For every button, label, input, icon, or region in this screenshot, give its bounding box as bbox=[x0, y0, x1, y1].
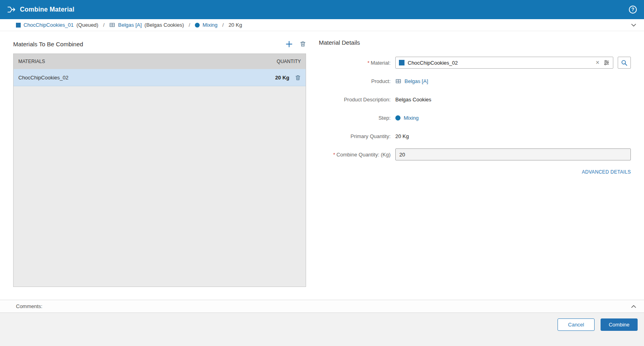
combine-quantity-label: *Combine Quantity: (Kg) bbox=[319, 152, 395, 158]
primary-quantity-value: 20 Kg bbox=[395, 133, 409, 139]
breadcrumb-product-link[interactable]: Belgas [A] bbox=[118, 22, 141, 28]
step-circle-icon bbox=[195, 23, 200, 28]
materials-table-header: MATERIALS QUANTITY bbox=[14, 54, 306, 69]
material-label: *Material: bbox=[319, 60, 395, 66]
search-material-button[interactable] bbox=[618, 57, 631, 69]
step-field-row: Step: Mixing bbox=[319, 112, 631, 124]
breadcrumb-separator: / bbox=[103, 22, 105, 28]
cell-quantity: 20 Kg bbox=[275, 75, 289, 81]
cancel-button[interactable]: Cancel bbox=[558, 318, 595, 331]
breadcrumb-separator: / bbox=[222, 22, 224, 28]
product-description-row: Product Description: Belgas Cookies bbox=[319, 93, 631, 105]
delete-row-button[interactable] bbox=[295, 75, 301, 81]
main-content: Materials To Be Combined bbox=[0, 31, 644, 300]
primary-quantity-row: Primary Quantity: 20 Kg bbox=[319, 130, 631, 142]
advanced-details-link[interactable]: ADVANCED DETAILS bbox=[582, 169, 631, 175]
material-details-panel: Material Details *Material: ChocChipCook… bbox=[319, 39, 638, 300]
materials-panel-header: Materials To Be Combined bbox=[13, 39, 306, 49]
breadcrumb-separator: / bbox=[189, 22, 190, 28]
material-field-value: ChocChipCookies_02 bbox=[408, 60, 592, 66]
product-grid-icon bbox=[109, 22, 115, 28]
product-field-row: Product: Belgas [A] bbox=[319, 75, 631, 87]
materials-panel-title: Materials To Be Combined bbox=[13, 41, 83, 47]
material-field[interactable]: ChocChipCookies_02 × bbox=[395, 57, 613, 69]
trash-icon bbox=[300, 41, 306, 47]
required-asterisk: * bbox=[333, 152, 335, 158]
breadcrumb-step-link[interactable]: Mixing bbox=[202, 22, 218, 28]
title-bar: Combine Material ? bbox=[0, 0, 644, 19]
breadcrumb-material-link[interactable]: ChocChipCookies_01 bbox=[24, 22, 74, 28]
page-title: Combine Material bbox=[20, 6, 75, 13]
primary-quantity-label: Primary Quantity: bbox=[319, 133, 395, 139]
product-description-value: Belgas Cookies bbox=[395, 97, 431, 103]
material-field-row: *Material: ChocChipCookies_02 × bbox=[319, 57, 631, 69]
combine-material-page: Combine Material ? ChocChipCookies_01 (Q… bbox=[0, 0, 644, 346]
delete-materials-button[interactable] bbox=[300, 41, 306, 47]
add-material-button[interactable] bbox=[286, 41, 293, 47]
breadcrumb-bar: ChocChipCookies_01 (Queued) / Belgas [A]… bbox=[0, 19, 644, 31]
step-link[interactable]: Mixing bbox=[404, 115, 419, 121]
breadcrumb-quantity: 20 Kg bbox=[228, 22, 242, 28]
required-asterisk: * bbox=[367, 60, 369, 66]
table-empty-area bbox=[14, 86, 306, 287]
plus-icon bbox=[286, 41, 293, 47]
product-link[interactable]: Belgas [A] bbox=[404, 78, 428, 84]
step-label: Step: bbox=[319, 115, 395, 121]
combine-icon bbox=[7, 5, 16, 14]
breadcrumb-material-status: (Queued) bbox=[77, 22, 98, 28]
table-row[interactable]: ChocChipCookies_02 20 Kg bbox=[14, 69, 306, 86]
comments-label: Comments: bbox=[16, 303, 42, 309]
materials-table: MATERIALS QUANTITY ChocChipCookies_02 20… bbox=[13, 53, 306, 287]
materials-panel-actions bbox=[286, 41, 306, 47]
breadcrumb: ChocChipCookies_01 (Queued) / Belgas [A]… bbox=[16, 22, 242, 28]
material-details-title: Material Details bbox=[319, 39, 631, 49]
material-square-icon bbox=[16, 23, 21, 28]
column-header-quantity: QUANTITY bbox=[277, 59, 301, 64]
clear-material-button[interactable]: × bbox=[595, 59, 600, 66]
product-label: Product: bbox=[319, 78, 395, 84]
help-icon[interactable]: ? bbox=[629, 6, 637, 14]
material-field-group: ChocChipCookies_02 × bbox=[395, 57, 631, 69]
combine-quantity-input[interactable] bbox=[395, 148, 631, 160]
comments-bar[interactable]: Comments: bbox=[0, 300, 644, 312]
combine-quantity-row: *Combine Quantity: (Kg) bbox=[319, 148, 631, 160]
chevron-down-icon[interactable] bbox=[630, 22, 637, 28]
column-header-materials: MATERIALS bbox=[18, 59, 45, 64]
chevron-up-icon[interactable] bbox=[630, 303, 637, 310]
breadcrumb-product-description: (Belgas Cookies) bbox=[145, 22, 184, 28]
advanced-details-row: ADVANCED DETAILS bbox=[319, 169, 631, 175]
cell-material-name: ChocChipCookies_02 bbox=[18, 75, 69, 81]
step-circle-icon bbox=[395, 115, 401, 121]
search-icon bbox=[621, 59, 628, 66]
footer-bar: Cancel Combine bbox=[0, 312, 644, 346]
materials-panel: Materials To Be Combined bbox=[13, 39, 306, 300]
combine-button[interactable]: Combine bbox=[601, 318, 638, 331]
material-square-icon bbox=[399, 60, 404, 65]
trash-icon bbox=[295, 75, 301, 81]
display-settings-icon[interactable] bbox=[603, 59, 610, 66]
product-description-label: Product Description: bbox=[319, 97, 395, 103]
product-grid-icon bbox=[395, 78, 401, 84]
